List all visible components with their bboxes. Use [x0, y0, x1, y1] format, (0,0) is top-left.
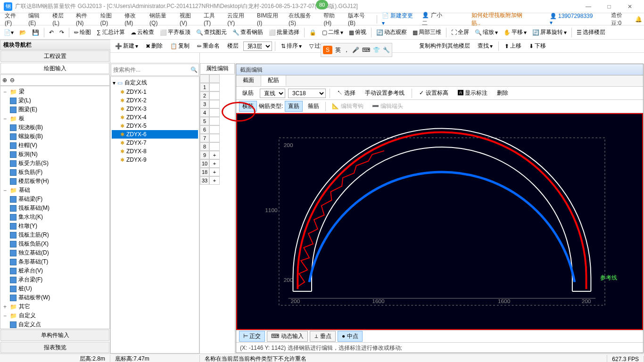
transverse-button[interactable]: 横筋 [239, 101, 257, 112]
nav-item[interactable]: 自定义点 [1, 320, 108, 329]
nav-item[interactable]: 现浇板(B) [1, 123, 108, 132]
ime-tool-icon[interactable]: 🔧 [383, 47, 390, 53]
zoom-button[interactable]: 🔍 缩放 ▾ [473, 27, 500, 37]
dyn-input-button[interactable]: ⌨ 动态输入 [267, 331, 307, 342]
open-button[interactable]: 📂 [17, 28, 28, 37]
lock-button[interactable]: 🔒 [307, 28, 318, 37]
stirrup-button[interactable]: 箍筋 [305, 101, 322, 112]
dynobs-button[interactable]: 🔄 动态观察 [374, 27, 409, 37]
flat-roof-button[interactable]: ⬜ 平齐板顶 [158, 27, 192, 37]
notice-link[interactable]: 如何处理筏板附加钢筋.. [469, 11, 532, 27]
component-item[interactable]: ✱ ZDYX-4 [112, 113, 198, 122]
pan-button[interactable]: ✋ 平移 ▾ [502, 27, 528, 37]
batch-sel-button[interactable]: ⬜ 批量选择 [267, 27, 301, 37]
tab-rebar[interactable]: 配筋 [261, 75, 286, 86]
row-expand[interactable]: + [209, 176, 220, 185]
overlook-button[interactable]: ▦ 俯视 [347, 27, 368, 37]
row-expand[interactable] [209, 117, 220, 125]
menu-bim[interactable]: BIM应用(I) [254, 12, 286, 26]
ime-logo-icon[interactable]: S [323, 46, 332, 54]
component-tree[interactable]: ▾ ▭ 自定义线✱ ZDYX-1✱ ZDYX-2✱ ZDYX-3✱ ZDYX-4… [110, 76, 199, 354]
tab-section[interactable]: 截面 [236, 75, 261, 86]
row-header[interactable]: 7 [200, 134, 209, 142]
delete-component-button[interactable]: ✖ 删除 [143, 42, 165, 50]
row-header[interactable]: 33 [200, 176, 209, 185]
row-expand[interactable]: + [209, 151, 220, 159]
new-doc-button[interactable]: 📄▾ [2, 28, 16, 37]
dim2d-select[interactable]: ▢ 二维 ▾ [320, 27, 345, 37]
nav-item[interactable]: 筏板负筋(X) [1, 239, 108, 248]
nav-item[interactable]: 桩承台(V) [1, 266, 108, 275]
mid-snap-button[interactable]: ● 中点 [338, 331, 363, 342]
nav-item[interactable]: 承台梁(F) [1, 275, 108, 284]
menu-tool[interactable]: 工具(T) [201, 12, 224, 26]
save-button[interactable]: 💾 [30, 28, 41, 37]
ortho-button[interactable]: ⊢ 正交 [239, 331, 265, 342]
nav-item[interactable]: 筏板基础(M) [1, 204, 108, 213]
row-header[interactable]: 5 [200, 117, 209, 125]
rename-button[interactable]: ✏ 重命名 [194, 42, 223, 50]
select-floor-button[interactable]: ☰ 选择楼层 [575, 27, 607, 37]
tab-attr[interactable]: 属性编辑 [200, 63, 235, 74]
component-root[interactable]: ▾ ▭ 自定义线 [112, 78, 198, 88]
nav-item[interactable]: −📁基础 [1, 186, 108, 195]
draw-button[interactable]: ✏ 绘图 [72, 27, 93, 37]
nav-item[interactable]: 柱墩(Y) [1, 222, 108, 230]
nav-item[interactable]: 基础板带(W) [1, 293, 108, 302]
move-up-button[interactable]: ⬆ 上移 [502, 42, 524, 50]
row-header[interactable]: 8 [200, 142, 209, 151]
row-expand[interactable] [209, 100, 220, 108]
nav-item[interactable]: 柱帽(V) [1, 141, 108, 150]
ime-lang-button[interactable]: 英 [335, 46, 341, 54]
show-mark-button[interactable]: 🅰 显示标注 [454, 88, 491, 99]
component-item[interactable]: ✱ ZDYX-6 [112, 130, 198, 139]
menu-edit[interactable]: 编辑(E) [25, 12, 50, 26]
nav-item[interactable]: +📁其它 [1, 302, 108, 311]
menu-cloud[interactable]: 云应用(Y) [224, 12, 254, 26]
nav-item[interactable]: 螺旋板(B) [1, 132, 108, 141]
minimize-button[interactable]: — [578, 0, 599, 13]
row-expand[interactable] [209, 125, 220, 134]
new-component-button[interactable]: ➕ 新建 ▾ [112, 42, 141, 50]
ime-skin-icon[interactable]: 👕 [373, 47, 380, 53]
menu-view[interactable]: 视图(V) [177, 12, 201, 26]
nav-item[interactable]: −📁板 [1, 114, 108, 123]
row-expand[interactable] [209, 83, 220, 91]
menu-file[interactable]: 文件(F) [2, 12, 25, 26]
straight-button[interactable]: 直筋 [285, 101, 303, 112]
component-item[interactable]: ✱ ZDYX-5 [112, 122, 198, 130]
set-height-button[interactable]: ✓ 设置标高 [416, 88, 451, 99]
perp-snap-button[interactable]: ⊥ 垂点 [310, 331, 336, 342]
find-pic-button[interactable]: 🔍 查找图元 [194, 27, 229, 37]
nav-item[interactable]: 条形基础(T) [1, 257, 108, 266]
menu-new-change[interactable]: 📄 新建变更 ▾ [379, 12, 420, 26]
select-button[interactable]: ↖ 选择 [334, 88, 359, 99]
row-expand[interactable] [209, 142, 220, 151]
nav-item[interactable]: 板负筋(F) [1, 168, 108, 177]
bean-icon[interactable]: 🔔 [635, 16, 642, 23]
nav-item[interactable]: −📁梁 [1, 87, 108, 96]
tab-single-component[interactable]: 单构件输入 [0, 329, 109, 341]
row-expand[interactable] [209, 91, 220, 100]
undo-button[interactable]: ↶ [47, 28, 56, 37]
row-expand[interactable]: + [209, 159, 220, 168]
move-down-button[interactable]: ⬇ 下移 [526, 42, 549, 50]
nav-item[interactable]: −📁自定义 [1, 311, 108, 320]
menu-draw[interactable]: 绘图(D) [98, 12, 122, 26]
ime-mic-icon[interactable]: 🎤 [352, 47, 359, 53]
component-item[interactable]: ✱ ZDYX-9 [112, 156, 198, 164]
row-expand[interactable] [209, 108, 220, 117]
sum-button[interactable]: ∑ 汇总计算 [95, 27, 127, 37]
nav-collapse-icon[interactable]: ⊖ [10, 77, 15, 83]
search-input[interactable] [111, 66, 189, 73]
menu-help[interactable]: 帮助(H) [321, 12, 345, 26]
line-type-select[interactable]: 直线 [260, 89, 285, 98]
row-expand[interactable] [209, 134, 220, 142]
floor-select[interactable]: 第3层 [243, 41, 272, 51]
nav-item[interactable]: 楼层板带(H) [1, 177, 108, 186]
nav-item[interactable]: 板受力筋(S) [1, 159, 108, 168]
find-button[interactable]: 查找 ▾ [475, 42, 495, 50]
redo-button[interactable]: ↷ [58, 28, 66, 37]
nav-item[interactable]: 圈梁(E) [1, 105, 108, 114]
screen-rotate-button[interactable]: 🔄 屏幕旋转 ▾ [530, 27, 569, 37]
